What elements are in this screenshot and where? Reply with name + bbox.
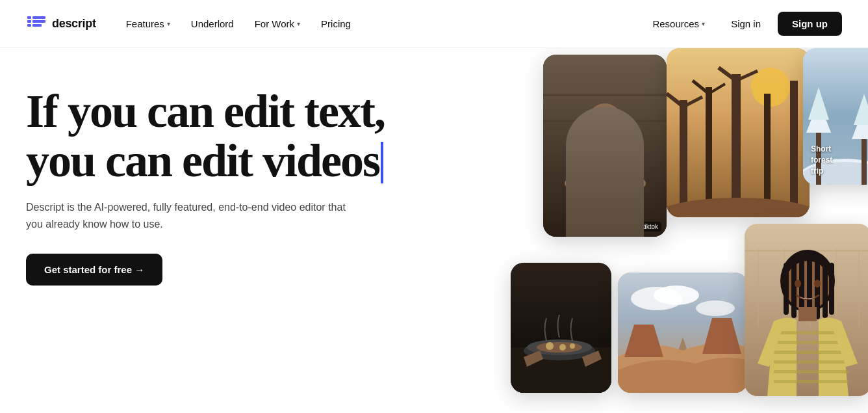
hero-content: If you can edit text, you can edit video…: [0, 48, 411, 413]
svg-rect-21: [732, 74, 741, 217]
nav-item-pricing[interactable]: Pricing: [312, 13, 360, 34]
svg-line-28: [719, 68, 736, 81]
svg-line-24: [667, 94, 683, 107]
svg-rect-37: [862, 133, 867, 185]
nav-left: Features ▾ Underlord For Work ▾ Pricing: [117, 13, 644, 34]
hero-title-line2: you can edit videos: [26, 135, 379, 187]
svg-point-46: [559, 344, 566, 351]
svg-point-16: [610, 116, 617, 124]
svg-rect-64: [807, 256, 812, 320]
svg-point-51: [696, 300, 735, 316]
svg-point-60: [785, 261, 830, 310]
svg-marker-36: [808, 87, 829, 120]
svg-rect-17: [667, 48, 810, 217]
snow-card-overlay: Short forest trip: [811, 144, 832, 177]
nav-right: Resources ▾ Sign in Sign up: [643, 12, 842, 36]
svg-rect-58: [858, 248, 860, 326]
nav-label-pricing: Pricing: [321, 18, 351, 29]
logo-link[interactable]: descript: [26, 14, 96, 34]
svg-point-50: [654, 286, 699, 305]
svg-rect-52: [745, 224, 868, 396]
nav-item-for-work[interactable]: For Work ▾: [246, 13, 309, 34]
svg-rect-67: [829, 263, 834, 315]
cta-button[interactable]: Get started for free →: [26, 254, 162, 286]
svg-line-25: [683, 97, 702, 107]
svg-rect-56: [810, 248, 811, 326]
signup-button[interactable]: Sign up: [778, 12, 842, 36]
svg-rect-23: [790, 81, 798, 217]
chevron-down-icon-2: ▾: [297, 20, 300, 27]
chevron-down-icon: ▾: [167, 20, 170, 27]
media-collage: tiktok: [504, 48, 868, 413]
svg-rect-6: [543, 55, 667, 237]
hero-title: If you can edit text, you can edit video…: [26, 87, 385, 186]
nav-label-resources: Resources: [652, 18, 699, 29]
svg-rect-54: [758, 248, 759, 326]
svg-point-13: [633, 178, 646, 189]
svg-rect-70: [774, 331, 849, 334]
svg-rect-3: [32, 16, 45, 19]
svg-point-33: [803, 162, 868, 185]
svg-marker-39: [854, 94, 868, 125]
nav-item-features[interactable]: Features ▾: [117, 13, 179, 34]
svg-rect-31: [803, 48, 868, 185]
tiktok-badge: tiktok: [640, 222, 661, 232]
svg-rect-11: [596, 138, 613, 150]
nav-item-underlord[interactable]: Underlord: [182, 13, 243, 34]
signin-button[interactable]: Sign in: [719, 12, 772, 35]
svg-rect-66: [823, 260, 828, 318]
svg-rect-19: [680, 100, 687, 217]
svg-rect-72: [774, 351, 849, 354]
woman-illustration: [745, 224, 868, 396]
snow-overlay-text: Short forest trip: [811, 144, 832, 176]
media-card-person: tiktok: [543, 55, 667, 237]
hero-subtitle: Descript is the AI-powered, fully featur…: [26, 199, 351, 232]
svg-rect-2: [27, 24, 31, 27]
svg-rect-74: [774, 370, 849, 373]
chevron-down-icon-3: ▾: [702, 20, 705, 27]
media-card-snow: Short forest trip: [803, 48, 868, 185]
nav-label-underlord: Underlord: [191, 18, 234, 29]
svg-line-26: [693, 81, 709, 94]
descript-logo-icon: [26, 14, 47, 34]
svg-point-68: [795, 280, 801, 287]
text-cursor: [381, 142, 383, 184]
svg-rect-71: [774, 341, 849, 344]
svg-rect-75: [774, 380, 849, 383]
svg-rect-63: [799, 258, 804, 319]
svg-rect-62: [791, 260, 797, 318]
svg-line-27: [709, 84, 725, 94]
svg-point-44: [537, 342, 582, 353]
desert-illustration: [618, 273, 748, 393]
svg-marker-35: [806, 100, 831, 133]
svg-point-69: [814, 280, 821, 287]
svg-rect-48: [618, 273, 748, 393]
svg-point-30: [667, 198, 810, 217]
nav-item-resources[interactable]: Resources ▾: [643, 13, 714, 34]
svg-rect-61: [784, 263, 789, 315]
svg-point-43: [527, 340, 592, 355]
svg-rect-5: [32, 24, 42, 27]
svg-point-49: [631, 287, 683, 310]
svg-rect-22: [764, 94, 771, 217]
svg-point-18: [751, 68, 790, 107]
nav-label-features: Features: [126, 18, 164, 29]
svg-rect-57: [836, 248, 837, 326]
navbar: descript Features ▾ Underlord For Work ▾…: [0, 0, 868, 48]
media-card-nature: [667, 48, 810, 217]
logo-text: descript: [52, 17, 96, 31]
nature-illustration: [667, 48, 810, 217]
svg-rect-34: [816, 126, 821, 185]
svg-rect-53: [745, 250, 868, 252]
svg-rect-7: [543, 55, 667, 237]
svg-rect-55: [784, 248, 785, 326]
snow-illustration: [803, 48, 868, 185]
svg-rect-40: [511, 263, 611, 393]
svg-rect-73: [774, 360, 849, 364]
svg-point-47: [570, 343, 575, 349]
svg-rect-14: [590, 159, 620, 178]
svg-point-45: [546, 342, 554, 350]
svg-rect-9: [543, 120, 667, 122]
hero-section: If you can edit text, you can edit video…: [0, 48, 868, 413]
person-illustration: [543, 55, 667, 237]
